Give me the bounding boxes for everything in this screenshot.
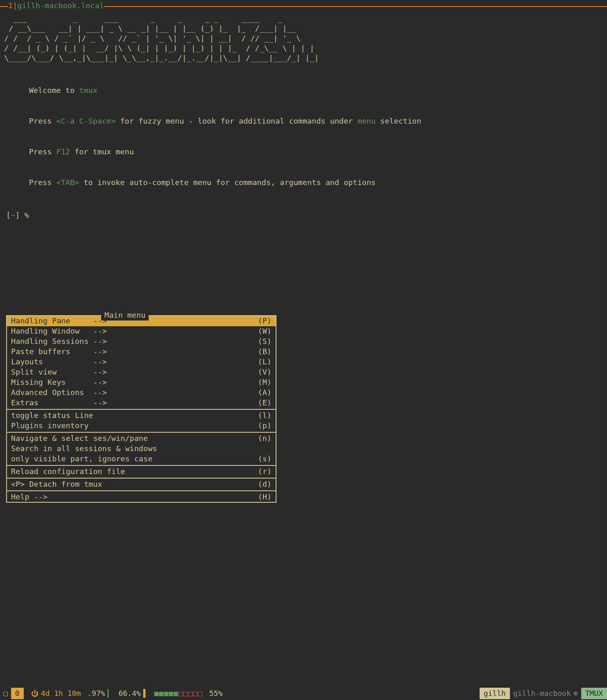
menu-item-label: Paste buffers — [11, 347, 93, 357]
status-tmux-label: TMUX — [581, 688, 607, 699]
menu-item[interactable]: toggle status Line(l) — [7, 411, 276, 421]
menu-item-label: Missing Keys — [11, 377, 93, 388]
menu-item-label: Split view — [11, 367, 93, 377]
bar-icon: ▎ — [108, 689, 112, 698]
status-battery-pct: 55% — [206, 688, 226, 699]
ascii-banner: ___ _ ___ _ _ _ _ ____ _ / __\___ __| | … — [4, 14, 607, 63]
menu-item[interactable]: Missing Keys -->(M) — [7, 377, 276, 388]
menu-item-label: Reload configuration file — [11, 467, 125, 477]
submenu-arrow-icon: --> — [93, 326, 106, 336]
menu-item-label: Advanced Options — [11, 388, 93, 398]
menu-item-label: Extras — [11, 398, 93, 408]
menu-item[interactable]: Handling Sessions -->(S) — [7, 336, 276, 347]
menu-item[interactable]: only visible part, ignores case(s) — [7, 454, 276, 464]
menu-item[interactable]: Navigate & select ses/win/pane(n) — [7, 434, 276, 444]
menu-item-key: (A) — [258, 388, 272, 398]
power-icon: ⏻ — [31, 689, 39, 698]
menu-item-label: toggle status Line — [11, 411, 93, 421]
menu-item-key: (B) — [258, 347, 272, 357]
main-menu[interactable]: Main menu Handling Pane -->(P)Handling W… — [6, 315, 276, 503]
menu-divider — [7, 490, 276, 491]
menu-title: Main menu — [101, 310, 149, 321]
submenu-arrow-icon: --> — [93, 347, 106, 357]
globe-icon: ⊕ — [573, 689, 578, 698]
menu-item-label: Plugins inventory — [11, 421, 88, 431]
menu-item-label: Navigate & select ses/win/pane — [11, 434, 148, 444]
menu-item-key: (M) — [258, 377, 272, 388]
submenu-arrow-icon: --> — [93, 336, 106, 347]
menu-item-key: (P) — [258, 316, 272, 326]
menu-item[interactable]: Reload configuration file(r) — [7, 467, 276, 477]
menu-item[interactable]: Paste buffers -->(B) — [7, 347, 276, 357]
submenu-arrow-icon: --> — [93, 398, 106, 408]
shell-prompt[interactable]: [~] % — [6, 210, 607, 221]
status-battery-bar: ■■■■■□□□□□ — [151, 688, 206, 699]
menu-item-key: (H) — [258, 492, 272, 502]
menu-item-label: Handling Pane — [11, 316, 93, 326]
status-load: .97% ▎ — [84, 688, 115, 699]
title-bar: 1 | gillh-macbook.local — [0, 0, 607, 12]
submenu-arrow-icon: --> — [93, 367, 106, 377]
menu-item-label: <P> Detach from tmux — [11, 479, 102, 490]
separator: | — [13, 1, 17, 11]
menu-item-label: Handling Sessions — [11, 336, 93, 347]
status-uptime: ⏻ 4d 1h 10m — [28, 688, 84, 699]
menu-item-label: Help --> — [11, 492, 48, 502]
menu-item-label: Layouts — [11, 357, 93, 367]
submenu-arrow-icon: --> — [93, 357, 106, 367]
menu-item[interactable]: Plugins inventory(p) — [7, 421, 276, 431]
bar-icon: ▌ — [143, 689, 148, 698]
menu-item-key: (V) — [258, 367, 272, 377]
menu-divider — [7, 409, 276, 410]
menu-item-key: (l) — [258, 411, 272, 421]
submenu-arrow-icon: --> — [93, 388, 106, 398]
menu-item-key: (r) — [258, 467, 272, 477]
menu-item-key: (S) — [258, 336, 272, 347]
menu-item[interactable]: <P> Detach from tmux(d) — [7, 479, 276, 490]
submenu-arrow-icon: --> — [93, 377, 106, 388]
menu-item-label: Search in all sessions & windows — [11, 444, 157, 454]
menu-divider — [7, 465, 276, 466]
menu-divider — [7, 432, 276, 433]
menu-item-key: (E) — [258, 398, 272, 408]
welcome-text: Welcome to tmux Press <C-a C-Space> for … — [6, 75, 607, 198]
status-cpu: 66.4% ▌ — [115, 688, 151, 699]
menu-item-key: (W) — [258, 326, 272, 336]
menu-item-key: (p) — [258, 421, 272, 431]
menu-divider — [7, 478, 276, 479]
hostname: gillh-macbook.local — [17, 1, 104, 11]
menu-item-key: (L) — [258, 357, 272, 367]
menu-item[interactable]: Search in all sessions & windows — [7, 444, 276, 454]
menu-item-label: Handling Window — [11, 326, 93, 336]
status-session-index[interactable]: ▢ 0 — [0, 686, 28, 700]
status-bar: ▢ 0 ⏻ 4d 1h 10m .97% ▎ 66.4% ▌ ■■■■■□□□□… — [0, 687, 607, 700]
menu-item-key: (s) — [258, 454, 272, 464]
menu-item-key: (d) — [258, 479, 272, 490]
menu-item-key: (n) — [258, 434, 272, 444]
menu-item[interactable]: Help -->(H) — [7, 492, 276, 502]
menu-item[interactable]: Advanced Options -->(A) — [7, 388, 276, 398]
menu-item[interactable]: Extras -->(E) — [7, 398, 276, 408]
status-host: gillh-macbook ⊕ — [510, 688, 581, 699]
menu-item[interactable]: Layouts -->(L) — [7, 357, 276, 367]
menu-item[interactable]: Split view -->(V) — [7, 367, 276, 377]
menu-item-label: only visible part, ignores case — [11, 454, 152, 464]
pane-index: 1 — [8, 1, 13, 11]
status-user: gillh — [480, 688, 510, 699]
menu-item[interactable]: Handling Window -->(W) — [7, 326, 276, 336]
